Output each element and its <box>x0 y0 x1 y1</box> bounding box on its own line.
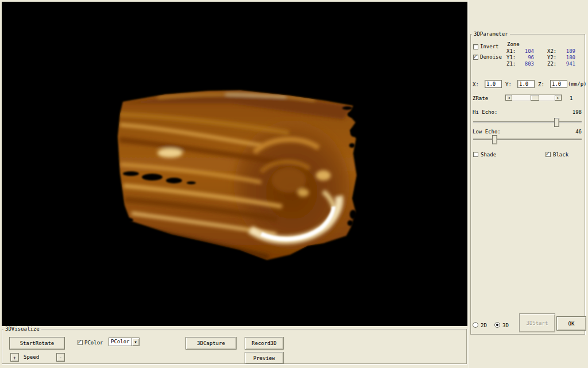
speed-plus-button[interactable]: + <box>10 353 19 362</box>
black-label: Black <box>553 152 568 158</box>
low-echo-thumb[interactable] <box>492 135 497 144</box>
mode-3d-label: 3D <box>502 323 509 328</box>
preview-button[interactable]: Preview <box>245 352 284 364</box>
mode-2d-radio[interactable] <box>473 322 478 328</box>
z-scale-input[interactable] <box>550 80 567 88</box>
zone-x1-value: 104 <box>520 48 534 54</box>
visualize-group: 3DVisualize StartRotate ✓ PColor PColor … <box>2 329 467 364</box>
start-rotate-button[interactable]: StartRotate <box>9 337 65 350</box>
arrow-left-icon: ◄ <box>508 96 510 99</box>
zone-y2-value: 180 <box>560 55 575 60</box>
low-echo-label: Low Echo: <box>473 129 501 135</box>
hi-echo-thumb[interactable] <box>554 118 559 127</box>
hi-echo-track[interactable] <box>473 121 582 123</box>
zone-z1-label: Z1: <box>506 61 516 67</box>
dropdown-arrow-button[interactable]: ▼ <box>131 338 139 346</box>
shade-label: Shade <box>481 152 496 158</box>
zone-x2-value: 189 <box>560 48 575 54</box>
chevron-down-icon: ▼ <box>134 340 137 344</box>
z-scale-label: Z: <box>538 82 544 87</box>
panel-divider <box>469 0 469 368</box>
check-icon: ✓ <box>546 151 549 156</box>
parameter-group: 3DParameter Invert ✓ Denoise Zone X1: 10… <box>470 34 585 335</box>
radio-dot-icon <box>496 324 498 326</box>
arrow-right-icon: ► <box>557 96 559 99</box>
speed-label: Speed <box>24 354 39 360</box>
zrate-thumb[interactable] <box>531 95 539 101</box>
3dcapture-button[interactable]: 3DCapture <box>185 337 237 350</box>
shade-checkbox[interactable] <box>473 152 478 157</box>
visualize-group-title: 3DVisualize <box>3 326 41 332</box>
y-scale-input[interactable] <box>517 80 535 88</box>
pcolor-checkbox[interactable]: ✓ <box>78 340 83 345</box>
invert-label: Invert <box>480 44 499 49</box>
3dstart-button[interactable]: 3DStart <box>519 313 555 332</box>
record3d-button[interactable]: Record3D <box>245 337 284 350</box>
app-window: 3DParameter Invert ✓ Denoise Zone X1: 10… <box>0 0 588 368</box>
check-icon: ✓ <box>78 339 81 344</box>
zrate-value: 1 <box>570 95 572 101</box>
zone-x1-label: X1: <box>506 48 516 54</box>
y-scale-label: Y: <box>505 82 512 87</box>
low-echo-value: 46 <box>557 129 582 135</box>
zone-z2-label: Z2: <box>547 61 556 67</box>
speed-minus-button[interactable]: - <box>56 353 65 362</box>
volume-render <box>2 2 467 326</box>
zone-y2-label: Y2: <box>547 55 556 60</box>
zrate-label: ZRate <box>473 95 488 101</box>
x-scale-input[interactable] <box>485 80 502 88</box>
black-checkbox[interactable]: ✓ <box>546 152 551 157</box>
invert-checkbox[interactable] <box>473 44 478 49</box>
parameter-group-title: 3DParameter <box>472 31 510 37</box>
zrate-right-arrow-button[interactable]: ► <box>555 95 562 101</box>
zone-x2-label: X2: <box>547 48 556 54</box>
check-icon: ✓ <box>474 53 477 59</box>
scale-unit-label: (mm/p) <box>568 81 587 87</box>
hi-echo-label: Hi Echo: <box>473 109 497 115</box>
pcolor-dropdown[interactable]: PColor ▼ <box>109 338 140 346</box>
ok-button[interactable]: OK <box>556 316 586 331</box>
zone-z1-value: 803 <box>520 61 534 67</box>
denoise-label: Denoise <box>480 54 502 60</box>
zone-y1-label: Y1: <box>506 55 516 60</box>
zone-label: Zone <box>507 41 520 47</box>
pcolor-label: PColor <box>84 340 103 346</box>
hi-echo-value: 198 <box>557 109 582 115</box>
zone-y1-value: 96 <box>520 55 534 60</box>
render-viewport[interactable] <box>2 2 467 326</box>
x-scale-label: X: <box>473 82 479 87</box>
pcolor-dropdown-value: PColor <box>111 339 130 344</box>
denoise-checkbox[interactable]: ✓ <box>473 55 478 60</box>
mode-3d-radio[interactable] <box>494 322 500 328</box>
zone-z2-value: 941 <box>560 61 575 67</box>
zrate-left-arrow-button[interactable]: ◄ <box>505 95 512 101</box>
mode-2d-label: 2D <box>481 323 487 328</box>
zrate-scrollbar[interactable]: ◄ ► <box>505 94 562 101</box>
low-echo-track[interactable] <box>473 139 582 140</box>
